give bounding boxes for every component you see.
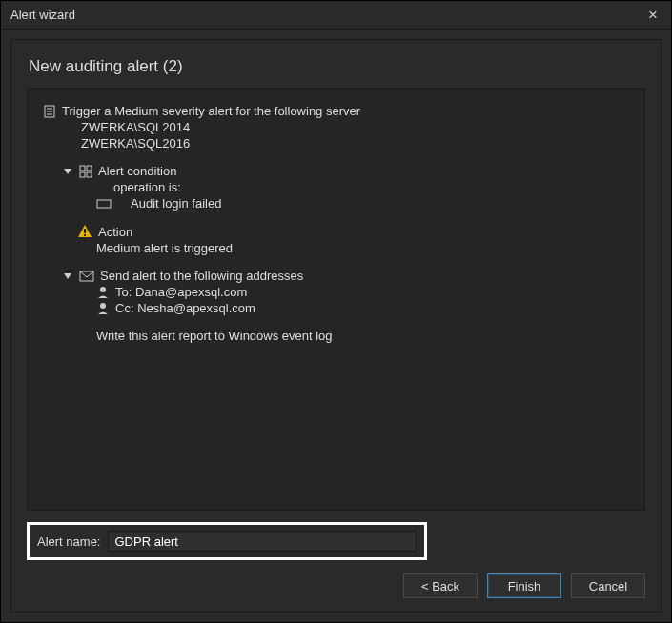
action-row: Action [77, 224, 629, 239]
cc-label: Cc: [115, 301, 137, 315]
tag-icon [96, 199, 112, 209]
summary-panel: Trigger a Medium severity alert for the … [27, 88, 645, 511]
condition-row[interactable]: Alert condition [64, 164, 629, 178]
action-header: Action [98, 225, 132, 239]
svg-rect-11 [84, 234, 86, 236]
svg-rect-5 [87, 166, 92, 171]
titlebar: Alert wizard × [1, 1, 671, 30]
alert-name-section: Alert name: [27, 522, 427, 560]
page-title: New auditing alert (2) [29, 57, 645, 76]
svg-point-13 [100, 287, 106, 292]
event-log-text: Write this alert report to Windows event… [96, 329, 629, 343]
condition-value-row: Audit login failed [96, 196, 629, 211]
warning-icon [77, 224, 92, 239]
expand-icon [64, 169, 71, 174]
expand-icon [64, 273, 71, 279]
person-icon [96, 302, 110, 315]
mail-icon [79, 271, 94, 282]
condition-icon [79, 165, 92, 178]
alert-wizard-window: Alert wizard × New auditing alert (2) Tr… [0, 0, 672, 623]
condition-op: operation is: [113, 180, 629, 194]
wizard-body: New auditing alert (2) Trigger a Medium … [10, 39, 662, 613]
send-header: Send alert to the following addresses [100, 269, 303, 283]
svg-rect-6 [80, 172, 85, 177]
svg-rect-8 [97, 200, 111, 208]
svg-rect-7 [87, 172, 92, 177]
trigger-text: Trigger a Medium severity alert for the … [62, 104, 360, 118]
condition-value: Audit login failed [131, 196, 221, 211]
trigger-row: Trigger a Medium severity alert for the … [43, 104, 629, 118]
recipient-cc: Cc: Nesha@apexsql.com [96, 301, 629, 315]
server-item: ZWERKA\SQL2016 [81, 136, 629, 151]
person-icon [96, 286, 110, 299]
svg-rect-10 [84, 229, 86, 233]
alert-name-input[interactable] [108, 531, 417, 552]
to-value: Dana@apexsql.com [135, 285, 247, 299]
finish-button[interactable]: Finish [487, 573, 561, 598]
svg-point-14 [100, 303, 106, 309]
to-label: To: [115, 285, 135, 299]
send-row[interactable]: Send alert to the following addresses [64, 269, 629, 283]
action-text: Medium alert is triggered [96, 241, 629, 255]
back-button[interactable]: < Back [403, 573, 478, 598]
server-item: ZWERKA\SQL2014 [81, 120, 629, 134]
window-title: Alert wizard [10, 8, 75, 22]
cc-value: Nesha@apexsql.com [137, 301, 255, 315]
close-icon[interactable]: × [644, 6, 662, 25]
cancel-button[interactable]: Cancel [571, 573, 645, 598]
alert-name-label: Alert name: [37, 534, 100, 549]
wizard-buttons: < Back Finish Cancel [27, 573, 645, 598]
server-icon [43, 105, 56, 118]
recipient-to: To: Dana@apexsql.com [96, 285, 629, 299]
condition-header: Alert condition [98, 164, 176, 178]
svg-rect-4 [80, 166, 85, 171]
